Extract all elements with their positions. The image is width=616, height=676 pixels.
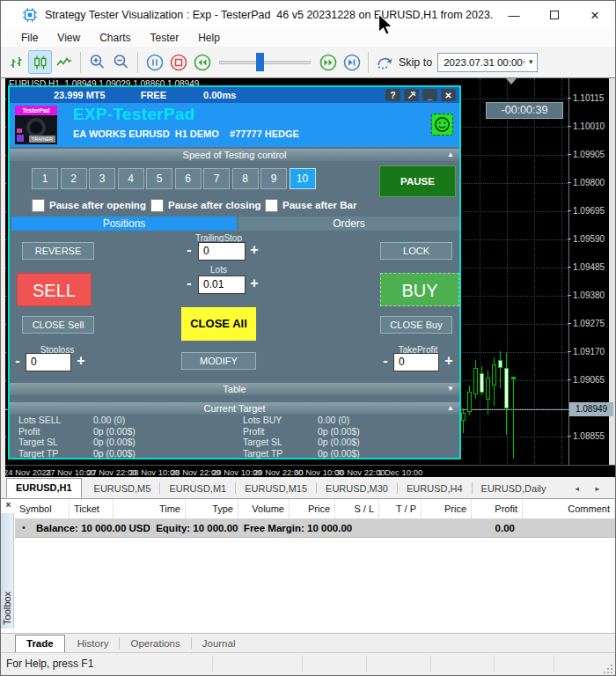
speed-button-1[interactable]: 1	[32, 168, 58, 189]
toolbox-close-button[interactable]: ×	[4, 501, 13, 511]
panel-minimize-button[interactable]: _	[422, 89, 437, 101]
menu-item-help[interactable]: Help	[188, 32, 230, 44]
column-header-sl[interactable]: S / L	[335, 499, 379, 518]
menu-item-charts[interactable]: Charts	[90, 32, 140, 44]
line-chart-icon[interactable]	[52, 50, 76, 74]
collapse-down-icon[interactable]: ▼	[447, 383, 454, 395]
zoom-out-icon[interactable]	[109, 50, 133, 74]
toolbox-tab-journal[interactable]: Journal	[192, 636, 246, 652]
sell-button[interactable]: SELL	[17, 273, 92, 306]
maximize-button[interactable]	[534, 1, 575, 29]
speed-button-7[interactable]: 7	[203, 168, 230, 189]
speed-slider[interactable]	[219, 50, 311, 74]
collapse-up-icon[interactable]: ▲	[447, 402, 454, 415]
speed-button-10[interactable]: 10	[290, 168, 316, 189]
column-header-time[interactable]: Time	[114, 499, 186, 518]
fast-forward-icon[interactable]	[316, 50, 340, 74]
tab-orders[interactable]: Orders	[238, 217, 459, 231]
chart-area[interactable]: EURUSD,H1 1.08949 1.09029 1.08860 1.0894…	[5, 78, 616, 477]
column-header-price[interactable]: Price	[290, 499, 335, 518]
candlestick-chart-icon[interactable]	[28, 50, 52, 74]
target-section-header[interactable]: Current Target ▲	[10, 402, 459, 415]
takeprofit-plus-button[interactable]: +	[443, 353, 455, 369]
speed-button-6[interactable]: 6	[175, 168, 202, 189]
collapse-up-icon[interactable]: ▲	[447, 149, 454, 161]
calendar-icon[interactable]	[523, 56, 526, 68]
speed-section-header[interactable]: Speed of Testing control ▲	[10, 149, 459, 161]
table-section-header[interactable]: Table ▼	[10, 383, 459, 395]
modify-button[interactable]: MODIFY	[181, 352, 256, 370]
close-sell-button[interactable]: CLOSE Sell	[22, 316, 94, 334]
lots-minus-button[interactable]: -	[183, 276, 195, 291]
close-button[interactable]: ✕	[575, 1, 615, 29]
pause-testing-button[interactable]: PAUSE	[379, 165, 456, 197]
trailingstop-plus-button[interactable]: +	[248, 242, 260, 258]
close-buy-button[interactable]: CLOSE Buy	[380, 316, 452, 334]
speed-button-9[interactable]: 9	[260, 168, 287, 189]
pause-playback-icon[interactable]	[143, 50, 166, 74]
column-header-ticket[interactable]: Ticket	[70, 499, 114, 518]
column-header-type[interactable]: Type	[186, 499, 238, 518]
skip-to-date-icon[interactable]	[373, 50, 397, 74]
toolbox-tab-trade[interactable]: Trade	[15, 635, 65, 653]
slider-handle[interactable]	[256, 53, 264, 71]
column-header-comment[interactable]: Comment	[523, 499, 615, 518]
chart-tab-eurusd-daily[interactable]: EURUSD,Daily	[473, 480, 555, 498]
toolbox-side-tab[interactable]: Toolbox	[1, 513, 14, 628]
minimize-button[interactable]: —	[494, 1, 534, 29]
checkbox-pause-after-bar[interactable]: Pause after Bar	[265, 198, 356, 212]
buy-button[interactable]: BUY	[380, 273, 459, 306]
checkbox-box[interactable]	[265, 199, 278, 212]
lots-plus-button[interactable]: +	[248, 276, 260, 291]
checkbox-box[interactable]	[150, 199, 164, 212]
skip-to-end-icon[interactable]	[340, 50, 363, 74]
takeprofit-minus-button[interactable]: -	[379, 353, 392, 369]
menu-item-view[interactable]: View	[48, 32, 90, 44]
checkbox-box[interactable]	[32, 199, 45, 212]
resize-grip[interactable]	[603, 664, 613, 674]
checkbox-pause-after-closing[interactable]: Pause after closing	[150, 198, 260, 212]
chart-tab-eurusd-m30[interactable]: EURUSD,M30	[317, 480, 397, 498]
date-dropdown-caret[interactable]: ▼	[527, 58, 534, 66]
speed-button-8[interactable]: 8	[232, 168, 259, 189]
takeprofit-input[interactable]: 0	[393, 353, 439, 371]
column-header-symbol[interactable]: Symbol	[15, 499, 70, 518]
lots-input[interactable]: 0.01	[198, 276, 246, 294]
chart-tab-eurusd-m15[interactable]: EURUSD,M15	[236, 480, 316, 498]
trailingstop-minus-button[interactable]: -	[183, 242, 195, 258]
toolbox-tab-history[interactable]: History	[67, 636, 120, 652]
menu-item-file[interactable]: File	[11, 32, 48, 44]
rewind-icon[interactable]	[190, 50, 214, 74]
stoploss-input[interactable]: 0	[26, 353, 71, 371]
panel-close-button[interactable]: ✕	[441, 89, 456, 101]
panel-settings-button[interactable]	[404, 89, 419, 101]
column-header-profit[interactable]: Profit	[472, 499, 523, 518]
chart-tab-eurusd-m5[interactable]: EURUSD,M5	[85, 480, 160, 498]
column-header-tp[interactable]: T / P	[379, 499, 422, 518]
close-all-button[interactable]: CLOSE All	[181, 307, 256, 341]
speed-button-2[interactable]: 2	[61, 168, 87, 189]
bar-chart-icon[interactable]	[4, 50, 28, 74]
testerpad-panel[interactable]: 23.999 MT5 FREE 0.00ms ? _ ✕ TesterPad	[8, 85, 461, 459]
tab-scroll-arrows[interactable]: ◂ ▸	[575, 484, 606, 498]
trailingstop-input[interactable]: 0	[198, 242, 246, 261]
chart-tab-eurusd-m1[interactable]: EURUSD,M1	[160, 480, 235, 498]
zoom-in-icon[interactable]	[85, 50, 109, 74]
skip-date-input[interactable]: 2023.07.31 00:00 ▼	[437, 53, 538, 72]
column-header-volume[interactable]: Volume	[238, 499, 290, 518]
title-bar[interactable]: Strategy Tester Visualization : Exp - Te…	[1, 1, 615, 29]
toolbox-tab-operations[interactable]: Operations	[120, 636, 190, 652]
speed-button-3[interactable]: 3	[89, 168, 115, 189]
tab-positions[interactable]: Positions	[11, 217, 237, 231]
speed-button-5[interactable]: 5	[146, 168, 172, 189]
column-header-price[interactable]: Price	[422, 499, 472, 518]
lock-button[interactable]: LOCK	[380, 242, 452, 260]
chart-tab-eurusd-h1[interactable]: EURUSD,H1	[6, 478, 82, 498]
stoploss-minus-button[interactable]: -	[11, 353, 24, 369]
checkbox-pause-after-opening[interactable]: Pause after opening	[32, 198, 146, 212]
panel-title-bar[interactable]: 23.999 MT5 FREE 0.00ms ? _ ✕	[10, 87, 459, 103]
chart-tab-eurusd-h4[interactable]: EURUSD,H4	[398, 480, 472, 498]
balance-row[interactable]: • Balance: 10 000.00 USD Equity: 10 000.…	[15, 519, 615, 538]
speed-button-4[interactable]: 4	[118, 168, 144, 189]
reverse-button[interactable]: REVERSE	[22, 242, 94, 260]
